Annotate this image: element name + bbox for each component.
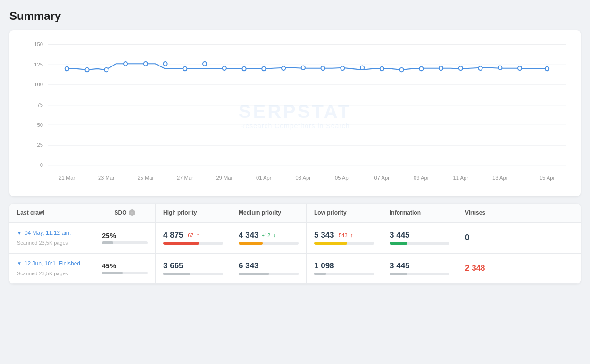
info-fill-2 bbox=[390, 273, 407, 275]
low-priority-cell-1: 5 343 -543 ↑ bbox=[307, 223, 382, 253]
svg-point-38 bbox=[282, 66, 285, 71]
svg-text:0: 0 bbox=[40, 162, 43, 168]
svg-text:11 Apr: 11 Apr bbox=[453, 174, 469, 180]
svg-text:09 Apr: 09 Apr bbox=[414, 174, 429, 180]
sdo-info-icon[interactable]: i bbox=[129, 209, 135, 216]
svg-point-34 bbox=[203, 62, 207, 66]
info-cell-2: 3 445 bbox=[382, 254, 457, 284]
low-priority-cell-2: 1 098 bbox=[307, 254, 382, 284]
svg-text:27 Mar: 27 Mar bbox=[177, 174, 193, 180]
svg-text:75: 75 bbox=[37, 102, 42, 108]
sdo-value-2: 45% bbox=[102, 262, 148, 270]
sdo-fill-1 bbox=[102, 241, 113, 244]
table-row: ▼ 04 May, 11:12 am. Scanned 23,5K pages … bbox=[9, 223, 581, 254]
high-progress-2 bbox=[163, 273, 223, 275]
svg-point-48 bbox=[478, 66, 482, 71]
medium-priority-cell-2: 6 343 bbox=[231, 254, 307, 284]
page-title: Summary bbox=[9, 9, 581, 23]
low-progress-1 bbox=[314, 242, 374, 245]
table-header: Last crawl SDO i High priority Medium pr… bbox=[9, 204, 581, 223]
header-medium-priority: Medium priority bbox=[231, 204, 307, 222]
medium-progress-2 bbox=[239, 273, 299, 275]
low-value-1: 5 343 bbox=[314, 231, 334, 240]
svg-point-50 bbox=[518, 66, 522, 71]
row2-dropdown-arrow[interactable]: ▼ bbox=[17, 261, 22, 266]
svg-point-35 bbox=[223, 66, 226, 71]
info-progress-1 bbox=[390, 242, 449, 245]
header-sdo: SDO i bbox=[94, 204, 156, 222]
svg-point-42 bbox=[360, 66, 364, 70]
svg-point-49 bbox=[498, 66, 502, 70]
header-last-crawl: Last crawl bbox=[9, 204, 94, 222]
high-delta-1: -67 bbox=[186, 232, 194, 238]
table-row: ▼ 12 Jun, 10:1. Finished Scanned 23,5K p… bbox=[9, 254, 581, 284]
medium-fill-2 bbox=[239, 273, 269, 275]
svg-point-29 bbox=[104, 68, 108, 72]
svg-point-28 bbox=[85, 68, 89, 72]
svg-point-41 bbox=[341, 66, 344, 71]
medium-delta-1: +12 bbox=[262, 232, 271, 238]
medium-value-1: 4 343 bbox=[239, 231, 259, 240]
high-value-1: 4 875 bbox=[163, 231, 183, 240]
last-crawl-cell-2: ▼ 12 Jun, 10:1. Finished Scanned 23,5K p… bbox=[9, 254, 94, 284]
low-value-2: 1 098 bbox=[314, 261, 374, 271]
svg-text:125: 125 bbox=[34, 61, 43, 67]
last-crawl-date-1[interactable]: 04 May, 11:12 am. bbox=[25, 229, 71, 237]
svg-text:13 Apr: 13 Apr bbox=[492, 174, 508, 180]
info-cell-1: 3 445 bbox=[382, 223, 457, 253]
svg-point-27 bbox=[65, 67, 69, 71]
svg-text:05 Apr: 05 Apr bbox=[335, 174, 350, 180]
svg-text:01 Apr: 01 Apr bbox=[256, 174, 272, 180]
last-crawl-pages-2: Scanned 23,5K pages bbox=[17, 270, 86, 278]
viruses-cell-1: 0 bbox=[457, 223, 514, 253]
sdo-cell-1: 25% bbox=[94, 223, 156, 253]
info-fill-1 bbox=[390, 242, 407, 245]
svg-point-39 bbox=[301, 66, 305, 70]
data-table: Last crawl SDO i High priority Medium pr… bbox=[9, 204, 581, 284]
svg-text:21 Mar: 21 Mar bbox=[58, 174, 75, 180]
svg-point-37 bbox=[262, 67, 266, 71]
svg-point-51 bbox=[545, 67, 549, 71]
low-fill-2 bbox=[314, 273, 326, 275]
low-arrow-1: ↑ bbox=[350, 232, 353, 239]
svg-text:150: 150 bbox=[34, 41, 43, 47]
high-arrow-1: ↑ bbox=[196, 232, 199, 239]
viruses-value-2: 2 348 bbox=[465, 264, 507, 273]
line-chart: 0 25 50 75 100 125 150 21 Mar 23 Mar 25 … bbox=[19, 40, 571, 190]
medium-fill-1 bbox=[239, 242, 263, 245]
svg-text:03 Apr: 03 Apr bbox=[296, 174, 311, 180]
low-fill-1 bbox=[314, 242, 347, 245]
high-value-2: 3 665 bbox=[163, 261, 223, 271]
medium-priority-cell-1: 4 343 +12 ↓ bbox=[231, 223, 307, 253]
header-viruses: Viruses bbox=[457, 204, 514, 222]
svg-point-40 bbox=[321, 66, 324, 71]
svg-text:25 Mar: 25 Mar bbox=[137, 174, 154, 180]
svg-point-46 bbox=[439, 66, 443, 71]
svg-point-47 bbox=[459, 66, 463, 71]
last-crawl-date-2[interactable]: 12 Jun, 10:1. Finished bbox=[25, 259, 80, 268]
viruses-value-1: 0 bbox=[465, 233, 507, 242]
svg-point-43 bbox=[380, 67, 384, 71]
medium-arrow-1: ↓ bbox=[273, 232, 276, 239]
svg-point-31 bbox=[144, 62, 148, 66]
info-value-2: 3 445 bbox=[390, 261, 449, 271]
svg-text:25: 25 bbox=[37, 142, 42, 148]
svg-point-44 bbox=[399, 68, 403, 72]
svg-point-36 bbox=[242, 67, 246, 71]
row1-dropdown-arrow[interactable]: ▼ bbox=[17, 231, 22, 236]
chart-container: SERPSTAT Research Competitors in Search … bbox=[9, 30, 581, 196]
chart-area: SERPSTAT Research Competitors in Search … bbox=[19, 40, 571, 190]
high-priority-cell-2: 3 665 bbox=[156, 254, 231, 284]
svg-text:07 Apr: 07 Apr bbox=[374, 174, 390, 180]
low-delta-1: -543 bbox=[337, 232, 348, 238]
sdo-progress-2 bbox=[102, 272, 148, 274]
last-crawl-pages-1: Scanned 23,5K pages bbox=[17, 239, 86, 247]
info-progress-2 bbox=[390, 273, 449, 275]
header-information: Information bbox=[382, 204, 457, 222]
svg-text:15 Apr: 15 Apr bbox=[540, 174, 555, 180]
header-high-priority: High priority bbox=[156, 204, 231, 222]
high-progress-1 bbox=[163, 242, 223, 245]
medium-progress-1 bbox=[239, 242, 299, 245]
sdo-fill-2 bbox=[102, 272, 123, 274]
sdo-cell-2: 45% bbox=[94, 254, 156, 284]
